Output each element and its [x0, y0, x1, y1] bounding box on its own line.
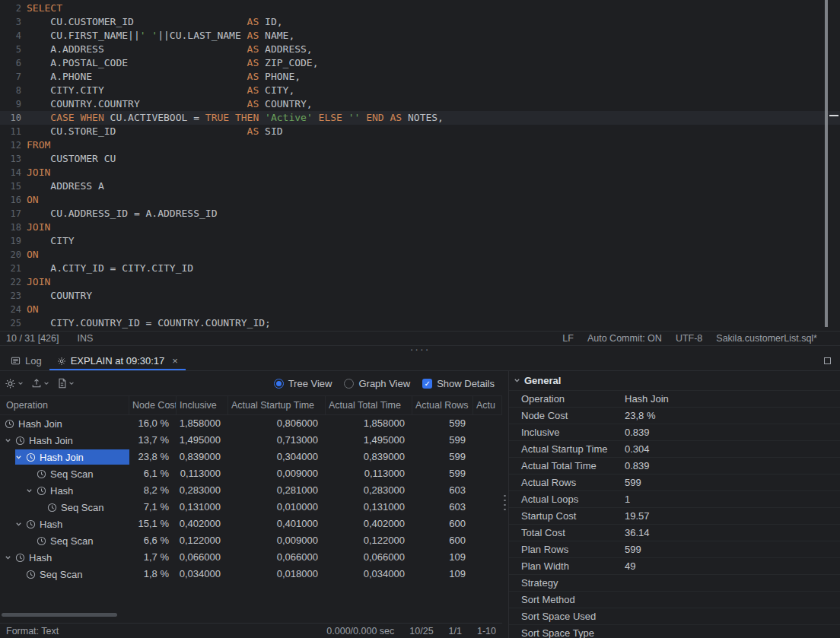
property-value[interactable]: 599	[622, 475, 840, 490]
chevron-expanded-icon[interactable]	[26, 487, 37, 494]
encoding-indicator[interactable]: UTF-8	[676, 333, 702, 344]
plan-node[interactable]: Seq Scan	[37, 466, 96, 481]
code-line[interactable]: 22JOIN	[0, 275, 840, 289]
auto-commit-indicator[interactable]: Auto Commit: ON	[587, 333, 662, 344]
code-line[interactable]: 13 CUSTOMER CU	[0, 152, 840, 166]
column-header[interactable]: Actual Startup Time	[228, 396, 326, 414]
property-value[interactable]	[622, 592, 840, 608]
property-value[interactable]: 599	[622, 541, 840, 557]
property-row[interactable]: Startup Cost19.57	[509, 508, 840, 525]
plan-row[interactable]: Seq Scan1,8 %0,0340000,0180000,034000109	[0, 566, 502, 582]
plan-row[interactable]: Hash8,2 %0,2830000,2810000,283000603	[0, 482, 502, 499]
properties-section-general[interactable]: General	[509, 371, 840, 391]
code-line[interactable]: 17 CU.ADDRESS_ID = A.ADDRESS_ID	[0, 207, 840, 221]
maximize-panel-icon[interactable]	[824, 357, 831, 364]
property-value[interactable]: 49	[622, 558, 840, 574]
property-row[interactable]: Total Cost36.14	[509, 525, 840, 541]
plan-node[interactable]: Seq Scan	[26, 567, 85, 582]
scrollbar-thumb[interactable]	[825, 0, 828, 327]
code-line[interactable]: 2SELECT	[0, 2, 840, 15]
plan-row[interactable]: Hash Join23,8 %0,8390000,3040000,8390005…	[0, 449, 502, 465]
plan-node[interactable]: Hash	[26, 483, 76, 498]
graph-view-radio[interactable]: Graph View	[344, 378, 410, 389]
code-line[interactable]: 7 A.PHONE AS PHONE,	[0, 70, 840, 84]
horizontal-scrollbar-thumb[interactable]	[2, 613, 117, 617]
code-line[interactable]: 3 CU.CUSTOMER_ID AS ID,	[0, 15, 840, 29]
chevron-down-icon[interactable]	[18, 380, 24, 386]
property-value[interactable]	[622, 608, 840, 624]
show-details-checkbox[interactable]: ✓ Show Details	[422, 378, 495, 389]
property-value[interactable]	[622, 625, 840, 638]
line-ending-indicator[interactable]: LF	[562, 333, 574, 344]
chevron-down-icon[interactable]	[68, 380, 75, 386]
plan-node[interactable]: Hash Join	[5, 433, 76, 448]
column-header[interactable]: Actual Total Time	[326, 396, 412, 414]
code-line[interactable]: 11 CU.STORE_ID AS SID	[0, 125, 840, 138]
property-row[interactable]: Actual Rows599	[509, 475, 840, 491]
property-row[interactable]: Sort Method	[509, 592, 840, 608]
code-line[interactable]: 21 A.CITY_ID = CITY.CITY_ID	[0, 262, 840, 275]
column-header[interactable]: Actual Rows	[412, 396, 473, 414]
code-line[interactable]: 15 ADDRESS A	[0, 179, 840, 193]
property-row[interactable]: Actual Total Time0.839	[509, 458, 840, 475]
property-row[interactable]: Plan Rows599	[509, 541, 840, 558]
plan-row[interactable]: Seq Scan6,6 %0,1220000,0090000,122000600	[0, 532, 502, 549]
code-line[interactable]: 25 CITY.COUNTRY_ID = COUNTRY.COUNTRY_ID;	[0, 316, 840, 330]
code-line[interactable]: 14JOIN	[0, 166, 840, 179]
property-value[interactable]: 0.839	[622, 458, 840, 474]
chevron-expanded-icon[interactable]	[15, 454, 26, 461]
code-line[interactable]: 4 CU.FIRST_NAME||' '||CU.LAST_NAME AS NA…	[0, 29, 840, 43]
column-header[interactable]: Inclusive	[177, 396, 228, 414]
property-row[interactable]: Sort Space Type	[509, 625, 840, 638]
plan-row[interactable]: Hash Join16,0 %1,8580000,8060001,8580005…	[0, 415, 502, 432]
code-line[interactable]: 24ON	[0, 303, 840, 316]
property-value[interactable]: 19.57	[622, 508, 840, 524]
property-row[interactable]: Inclusive0.839	[509, 424, 840, 441]
property-value[interactable]	[622, 575, 840, 591]
property-value[interactable]: 0.304	[622, 441, 840, 457]
plan-node[interactable]: Seq Scan	[37, 533, 96, 548]
property-value[interactable]: 23,8 %	[622, 408, 840, 424]
property-value[interactable]: Hash Join	[622, 391, 840, 407]
plan-node[interactable]: Hash	[15, 516, 65, 532]
property-row[interactable]: Actual Startup Time0.304	[509, 441, 840, 458]
editor-scrollbar[interactable]	[825, 0, 840, 330]
plan-node[interactable]: Seq Scan	[47, 500, 107, 515]
chevron-down-icon[interactable]	[43, 380, 49, 386]
column-header[interactable]: Operation	[0, 396, 129, 414]
property-row[interactable]: Node Cost23,8 %	[509, 408, 840, 424]
code-line[interactable]: 8 CITY.CITY AS CITY,	[0, 84, 840, 97]
property-row[interactable]: Sort Space Used	[509, 608, 840, 625]
column-header[interactable]: Actu	[473, 396, 502, 414]
code-line[interactable]: 12FROM	[0, 138, 840, 152]
code-line[interactable]: 18JOIN	[0, 221, 840, 234]
column-header[interactable]: Node Cost	[129, 396, 177, 414]
code-line[interactable]: 6 A.POSTAL_CODE AS ZIP_CODE,	[0, 56, 840, 70]
sql-editor[interactable]: 2SELECT3 CU.CUSTOMER_ID AS ID,4 CU.FIRST…	[0, 0, 840, 345]
property-row[interactable]: OperationHash Join	[509, 391, 840, 408]
plan-node[interactable]: Hash	[5, 550, 55, 565]
tab-explain[interactable]: EXPLAIN at 09:30:17 ×	[49, 351, 186, 370]
code-line[interactable]: 19 CITY	[0, 234, 840, 248]
code-line[interactable]: 10 CASE WHEN CU.ACTIVEBOOL = TRUE THEN '…	[0, 111, 840, 125]
plan-row[interactable]: Hash Join13,7 %1,4950000,7130001,4950005…	[0, 432, 502, 449]
property-value[interactable]: 0.839	[622, 424, 840, 440]
property-value[interactable]: 1	[622, 491, 840, 507]
plan-node[interactable]: Hash Join	[5, 416, 65, 431]
insert-mode-indicator[interactable]: INS	[78, 333, 94, 344]
close-tab-icon[interactable]: ×	[172, 355, 178, 367]
property-row[interactable]: Plan Width49	[509, 558, 840, 575]
chevron-expanded-icon[interactable]	[15, 521, 26, 528]
settings-button[interactable]	[5, 378, 24, 389]
chevron-expanded-icon[interactable]	[5, 437, 15, 444]
export-button[interactable]	[31, 378, 49, 389]
chevron-expanded-icon[interactable]	[5, 554, 15, 561]
pane-resize-handle[interactable]	[502, 371, 508, 638]
code-line[interactable]: 9 COUNTRY.COUNTRY AS COUNTRY,	[0, 97, 840, 111]
plan-row[interactable]: Hash1,7 %0,0660000,0660000,066000109	[0, 549, 502, 566]
pane-splitter[interactable]: ····	[0, 345, 840, 351]
plan-row[interactable]: Hash15,1 %0,4020000,4010000,402000600	[0, 516, 502, 532]
script-button[interactable]	[57, 378, 75, 389]
property-row[interactable]: Strategy	[509, 575, 840, 592]
plan-row[interactable]: Seq Scan6,1 %0,1130000,0090000,113000599	[0, 465, 502, 482]
